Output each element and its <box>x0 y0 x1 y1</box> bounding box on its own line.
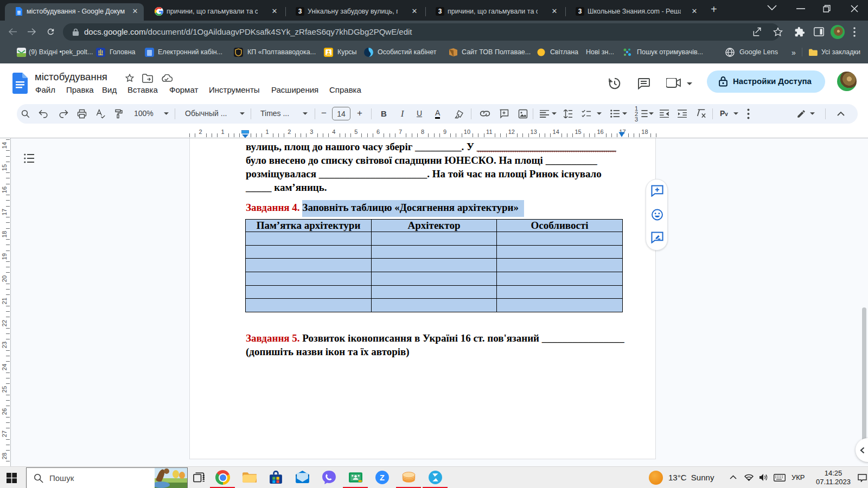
svg-text:Z: Z <box>380 473 385 482</box>
